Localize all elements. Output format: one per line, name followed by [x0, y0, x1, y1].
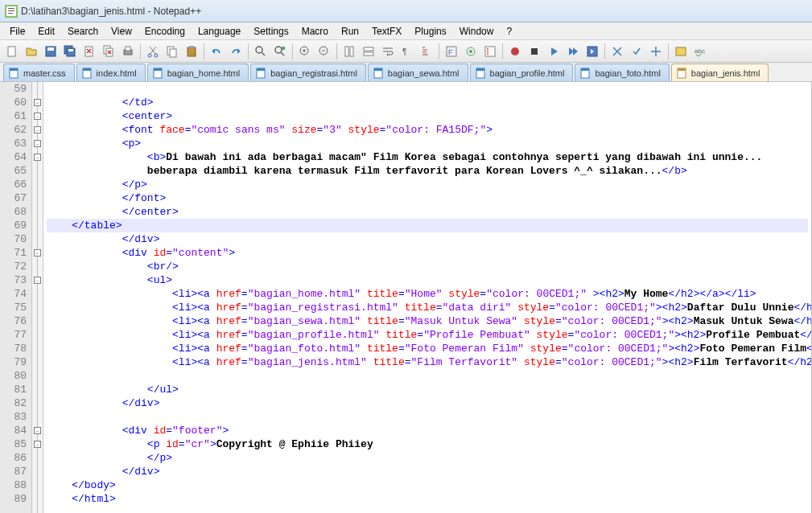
svg-point-37: [487, 48, 488, 50]
svg-rect-10: [68, 49, 73, 51]
svg-rect-58: [581, 68, 589, 71]
replace-button[interactable]: [271, 43, 289, 60]
x1-button[interactable]: [608, 43, 626, 60]
sync-h-button[interactable]: [360, 43, 377, 60]
save-button[interactable]: [42, 43, 60, 60]
svg-rect-7: [47, 47, 54, 51]
menu-run[interactable]: Run: [335, 24, 365, 39]
toolbar-separator: [140, 43, 141, 60]
svg-rect-52: [257, 68, 265, 71]
play-button[interactable]: [545, 43, 563, 60]
svg-point-22: [256, 47, 262, 53]
stop-button[interactable]: [526, 43, 543, 60]
save-macro-button[interactable]: [583, 43, 601, 60]
cut-button[interactable]: [144, 43, 162, 60]
toolbar-separator: [604, 43, 605, 60]
svg-rect-3: [8, 10, 14, 11]
tab-label: bagian_profile.html: [490, 68, 565, 78]
x3-button[interactable]: [647, 43, 665, 60]
svg-rect-19: [170, 49, 176, 57]
svg-rect-27: [345, 47, 348, 56]
svg-point-35: [469, 50, 472, 53]
menu-plugins[interactable]: Plugins: [408, 24, 452, 39]
paste-button[interactable]: [183, 43, 200, 60]
doc-map-button[interactable]: [462, 43, 480, 60]
svg-rect-50: [154, 68, 162, 71]
close-button[interactable]: [80, 43, 98, 60]
tab-bagian-registrasi[interactable]: bagian_registrasi.html: [250, 64, 366, 81]
menu-edit[interactable]: Edit: [31, 24, 61, 39]
menu-file[interactable]: File: [3, 24, 31, 39]
toolbar-separator: [439, 43, 439, 60]
svg-text:¶: ¶: [402, 47, 406, 56]
tab-master-css[interactable]: master.css: [3, 64, 75, 81]
menu-textfx[interactable]: TextFX: [365, 24, 408, 39]
menu-settings[interactable]: Settings: [247, 24, 295, 39]
x4-button[interactable]: [672, 43, 690, 60]
tab-label: master.css: [23, 68, 66, 78]
new-file-button[interactable]: [3, 43, 21, 60]
func-list-button[interactable]: [481, 43, 499, 60]
svg-rect-48: [83, 68, 91, 71]
tab-bagian-sewa[interactable]: bagian_sewa.html: [368, 64, 468, 81]
toolbar-separator: [204, 43, 204, 60]
play-multi-button[interactable]: [564, 43, 582, 60]
tab-bagian-profile[interactable]: bagian_profile.html: [470, 64, 574, 81]
zoom-out-button[interactable]: [315, 43, 333, 60]
svg-rect-20: [188, 47, 196, 56]
open-file-button[interactable]: [23, 43, 40, 60]
menu-window[interactable]: Window: [453, 24, 501, 39]
svg-point-23: [275, 47, 282, 53]
toolbar-separator: [248, 43, 249, 60]
redo-button[interactable]: [227, 43, 245, 60]
menu-language[interactable]: Language: [192, 24, 247, 39]
window-title: D:\latihan3\bagian_jenis.html - Notepad+…: [21, 6, 201, 17]
tab-label: bagian_sewa.html: [388, 68, 460, 78]
menu-help[interactable]: ?: [500, 24, 518, 39]
tab-index-html[interactable]: index.html: [76, 64, 146, 81]
svg-point-40: [511, 47, 519, 55]
tab-bagian-jenis[interactable]: bagian_jenis.html: [671, 64, 769, 81]
svg-rect-5: [8, 47, 15, 56]
save-all-button[interactable]: [61, 43, 79, 60]
toolbar-separator: [668, 43, 669, 60]
spell-button[interactable]: abc: [691, 43, 709, 60]
tab-label: bagian_jenis.html: [691, 68, 760, 78]
word-wrap-button[interactable]: [379, 43, 397, 60]
title-bar: D:\latihan3\bagian_jenis.html - Notepad+…: [0, 0, 812, 23]
menu-view[interactable]: View: [105, 24, 138, 39]
show-all-button[interactable]: ¶: [398, 43, 416, 60]
tab-label: bagian_registrasi.html: [270, 68, 357, 78]
fold-column[interactable]: ---------: [32, 82, 43, 513]
menu-search[interactable]: Search: [61, 24, 105, 39]
tab-label: index.html: [97, 68, 137, 78]
menu-macro[interactable]: Macro: [295, 24, 335, 39]
close-all-button[interactable]: [100, 43, 117, 60]
svg-rect-43: [676, 47, 686, 55]
toolbar-separator: [336, 43, 337, 60]
find-button[interactable]: [252, 43, 270, 60]
svg-rect-24: [282, 47, 285, 50]
tab-label: bagian_home.html: [167, 68, 241, 78]
tab-bagian-home[interactable]: bagian_home.html: [147, 64, 249, 81]
svg-point-38: [487, 51, 488, 52]
sync-v-button[interactable]: [340, 43, 358, 60]
x2-button[interactable]: [628, 43, 645, 60]
indent-guide-button[interactable]: [418, 43, 435, 60]
menu-encoding[interactable]: Encoding: [138, 24, 192, 39]
undo-button[interactable]: [208, 43, 225, 60]
svg-rect-30: [364, 52, 373, 55]
tab-bagian-foto[interactable]: bagian_foto.html: [575, 64, 669, 81]
copy-button[interactable]: [163, 43, 181, 60]
svg-text:abc: abc: [695, 47, 705, 55]
svg-rect-36: [485, 47, 495, 56]
print-button[interactable]: [119, 43, 137, 60]
svg-text:F: F: [448, 48, 453, 56]
code-area[interactable]: </td> <center> <font face="comic sans ms…: [43, 82, 811, 513]
toolbar-separator: [502, 43, 503, 60]
zoom-in-button[interactable]: [296, 43, 314, 60]
record-button[interactable]: [506, 43, 524, 60]
lang-button[interactable]: F: [443, 43, 460, 60]
toolbar-separator: [292, 43, 293, 60]
code-editor[interactable]: 5960616263646566676869707172737475767778…: [0, 82, 812, 513]
